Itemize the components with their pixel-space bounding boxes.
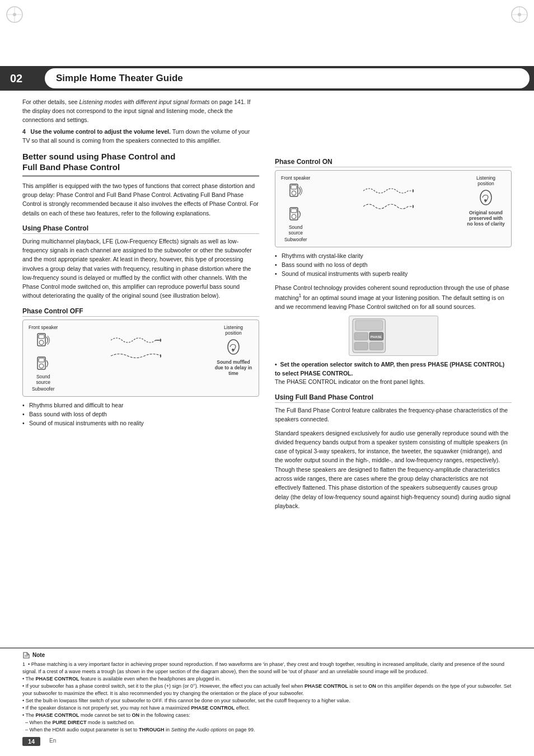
note-icon [22,651,30,659]
phase-on-diagram: Front speaker [275,170,512,248]
svg-marker-33 [413,189,414,192]
svg-point-35 [480,190,491,205]
sound-source-label: Soundsource [36,374,50,385]
sound-source-on-label: Soundsource [288,224,303,236]
using-phase-body: During multichannel playback, LFE (Low-F… [22,237,259,300]
header-bar: 02 Simple Home Theater Guide [0,66,534,91]
wave-line-top [111,335,161,346]
page-title: Simple Home Theater Guide [56,73,183,84]
phase-off-result: Sound muffled due to a delay in time [214,359,253,376]
svg-marker-24 [160,354,161,358]
note-section: Note 1 • Phase matching is a very import… [0,647,534,756]
step4-label: 4 Use the volume control to adjust the v… [22,128,171,135]
phase-off-bullets: Rhythms blurred and difficult to hear Ba… [22,401,259,428]
page-lang: En [49,738,56,744]
phase-on-bullets: Rhythms with crystal-like clarity Bass s… [275,252,512,278]
section-main-heading: Better sound using Phase Control andFull… [22,151,259,177]
svg-point-28 [292,191,296,195]
phase-off-subheading: Phase Control OFF [22,307,259,317]
phase-on-subheading: Phase Control ON [275,158,512,167]
sound-source-col: Soundsource Subwoofer [32,355,55,392]
sound-source-icon [34,355,52,373]
svg-point-20 [39,364,44,368]
phase-control-description: Phase Control technology provides cohere… [275,283,512,311]
bullet-item: Sound of musical instruments with superb… [275,270,512,279]
svg-rect-42 [369,342,383,350]
remote-image-container: PHASE [275,316,512,356]
full-band-subheading: Using Full Band Phase Control [275,393,512,403]
svg-rect-29 [291,185,297,189]
left-column: Better sound using Phase Control andFull… [22,151,259,722]
bullet-item: Rhythms with crystal-like clarity [275,252,512,261]
main-content: For other details, see Listening modes w… [0,98,534,722]
subwoofer-on-icon [287,205,305,223]
svg-rect-21 [39,358,44,362]
phase-off-diagram: Front speaker [22,320,259,397]
phase-on-result: Original sound preserved with no loss of… [466,210,505,227]
ear-on-icon [476,187,496,208]
corner-decoration-tl [4,4,25,25]
bullet-item: Rhythms blurred and difficult to hear [22,401,259,410]
subwoofer-on-label: Subwoofer [284,237,307,242]
corner-decoration-tr [509,4,530,25]
listening-position-on-label: Listeningposition [476,175,495,186]
subwoofer-label: Subwoofer [32,386,55,392]
wave-line-on-bottom [363,201,414,212]
page-number: 14 [22,737,40,746]
svg-point-31 [292,214,296,219]
two-column-layout: Better sound using Phase Control andFull… [22,151,512,722]
full-band-text2: Standard speakers designed exclusively f… [275,429,512,510]
intro-paragraph: For other details, see Listening modes w… [22,98,257,145]
phase-instruction: • Set the operation selector switch to A… [275,360,512,387]
ear-icon [223,337,243,357]
svg-rect-18 [39,335,44,339]
svg-rect-38 [355,321,382,331]
full-band-text1: The Full Band Phase Control feature cali… [275,406,512,424]
front-speaker-label: Front speaker [29,325,58,330]
svg-marker-34 [413,205,414,208]
svg-rect-41 [354,342,368,350]
svg-point-26 [232,349,234,351]
chapter-number: 02 [0,66,45,91]
wave-line-bottom [111,350,161,361]
svg-point-17 [39,340,44,345]
front-speaker-icon [34,331,52,349]
svg-point-25 [228,340,239,354]
svg-marker-23 [160,339,161,342]
header-title-box: Simple Home Theater Guide [45,68,530,88]
svg-rect-39 [354,332,368,340]
diagram-row-on: Front speaker [281,175,505,243]
svg-rect-32 [291,209,297,213]
note-label: Note [32,652,45,658]
section-intro-body: This amplifier is equipped with the two … [22,181,259,218]
svg-point-36 [484,199,486,201]
svg-text:PHASE: PHASE [370,335,381,339]
front-speaker-col: Front speaker [29,325,58,349]
listening-position-label: Listeningposition [224,325,243,336]
right-column: Phase Control ON Front speaker [275,151,512,722]
wave-line-on-top [363,185,414,196]
bullet-item: Bass sound with loss of depth [22,410,259,419]
bullet-item: Bass sound with no loss of depth [275,261,512,270]
front-speaker-on-col: Front speaker [281,175,310,200]
front-speaker-on-icon [287,182,305,200]
remote-control-image: PHASE [349,316,438,356]
front-speaker-on-label: Front speaker [281,175,310,181]
note-content: 1 • Phase matching is a very important f… [22,661,512,734]
note-header: Note [22,651,512,659]
bullet-item: Sound of musical instruments with no rea… [22,419,259,428]
subwoofer-on-col: Soundsource Subwoofer [284,205,307,243]
using-phase-subheading: Using Phase Control [22,224,259,234]
diagram-row: Front speaker [29,325,253,392]
